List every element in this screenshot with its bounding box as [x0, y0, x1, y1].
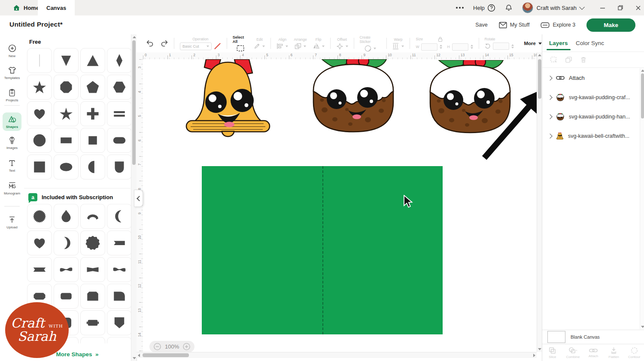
notifications-bell-icon[interactable]	[505, 4, 513, 12]
shape-tile-heart[interactable]	[27, 101, 52, 126]
layer-row-attach-group[interactable]: Attach	[542, 68, 639, 88]
shape-tile-square[interactable]	[80, 128, 105, 153]
shape-tile-triangle-down[interactable]	[54, 48, 79, 73]
help-button[interactable]: Help	[473, 4, 495, 12]
sub-shape-tile-label-rounded[interactable]	[54, 284, 79, 309]
shape-tile-hexagon[interactable]	[107, 75, 132, 100]
blank-canvas-row[interactable]: Blank Canvas	[542, 330, 644, 344]
select-all-button[interactable]: Select All	[233, 35, 249, 52]
tab-canvas[interactable]: Canvas	[38, 0, 75, 15]
attach-action-button[interactable]: Attach	[583, 344, 604, 361]
flatten-action-button[interactable]: Flatten	[604, 344, 624, 361]
my-stuff-button[interactable]: My Stuff	[499, 22, 530, 28]
sub-shape-tile-crescent-large[interactable]	[54, 231, 79, 255]
sidebar-item-templates[interactable]: Templates	[0, 66, 24, 80]
edit-button[interactable]: Edit	[254, 37, 265, 49]
canvas-color-swatch[interactable]	[547, 331, 565, 343]
align-button[interactable]: Align	[276, 37, 288, 49]
more-button[interactable]: More	[524, 41, 541, 46]
sub-shape-tile-arc[interactable]	[80, 204, 105, 229]
restore-button[interactable]	[618, 5, 623, 10]
design-canvas[interactable]: 100%	[143, 59, 537, 352]
contour-action-button[interactable]: Contour	[624, 344, 644, 361]
shape-tile-triangle-up[interactable]	[80, 48, 105, 73]
undo-icon[interactable]	[146, 40, 154, 47]
sidebar-item-text[interactable]: Text	[0, 159, 24, 173]
shape-tile-arch[interactable]	[107, 155, 132, 179]
shape-tile-diamond[interactable]	[107, 48, 132, 73]
chevron-right-icon[interactable]	[547, 114, 552, 119]
group-select-icon[interactable]	[550, 56, 557, 63]
layer-row-pudding-1[interactable]: svg-kawaii-pudding-craf...	[542, 88, 639, 107]
slice-action-button[interactable]: Slice	[542, 344, 563, 361]
zoom-in-icon[interactable]	[183, 343, 190, 350]
sidebar-item-shapes[interactable]: Shapes	[3, 112, 21, 131]
close-button[interactable]	[636, 6, 641, 10]
rotate-stepper[interactable]	[511, 44, 514, 49]
shape-tile-circle[interactable]	[27, 128, 52, 153]
zoom-out-icon[interactable]	[154, 343, 161, 350]
explore-button[interactable]: Explore 3	[541, 22, 575, 28]
sub-shape-tile-pennant[interactable]	[107, 310, 132, 335]
shape-tile-semicircle[interactable]	[80, 155, 105, 179]
combine-action-button[interactable]: Combine	[563, 344, 583, 361]
account-menu[interactable]: Craft with Sarah	[522, 2, 584, 13]
sub-shape-tile-banner-wave2[interactable]	[107, 257, 132, 282]
sub-shape-tile-tag[interactable]	[80, 284, 105, 309]
shape-tile-equals[interactable]	[107, 101, 132, 126]
sub-shape-tile-banner-wave[interactable]	[54, 257, 79, 282]
width-input[interactable]	[421, 43, 437, 51]
sub-shape-tile-bracket-label[interactable]	[80, 310, 105, 335]
layer-row-bell-3[interactable]: svg-kawaii-bell-craftwith...	[542, 126, 639, 146]
save-button[interactable]: Save	[475, 22, 488, 28]
shape-tile-star-slim[interactable]	[54, 101, 79, 126]
duplicate-icon[interactable]	[565, 56, 572, 63]
chevron-right-icon[interactable]	[547, 133, 552, 138]
offset-button[interactable]: Offset	[336, 37, 348, 50]
shape-tile-pentagon[interactable]	[80, 75, 105, 100]
sidebar-item-upload[interactable]: Upload	[0, 215, 24, 229]
canvas-horizontal-scrollbar[interactable]	[137, 352, 537, 358]
sub-shape-tile-banner-notch[interactable]	[80, 257, 105, 282]
sub-shape-tile-heart[interactable]	[27, 231, 52, 255]
sidebar-item-monogram[interactable]: Monogram	[0, 181, 24, 195]
sub-shape-tile-scallop[interactable]	[80, 231, 105, 255]
shape-tile-square-large[interactable]	[27, 155, 52, 179]
lock-icon[interactable]	[437, 36, 443, 42]
sidebar-item-new[interactable]: New	[0, 44, 24, 58]
sub-shape-tile-blank[interactable]	[107, 337, 132, 343]
shape-tile-ellipse[interactable]	[54, 155, 79, 179]
delete-icon[interactable]	[580, 56, 587, 63]
arrange-button[interactable]: Arrange	[294, 37, 307, 49]
sub-shape-tile-teardrop[interactable]	[54, 204, 79, 229]
height-input[interactable]	[452, 43, 468, 51]
card-base-rectangle[interactable]	[202, 166, 443, 334]
sidebar-item-images[interactable]: Images	[0, 136, 24, 150]
overflow-menu-icon[interactable]	[456, 7, 464, 9]
flip-button[interactable]: Flip	[313, 37, 325, 49]
warp-button[interactable]: Warp	[392, 37, 404, 49]
shape-tile-rectangle[interactable]	[54, 128, 79, 153]
bell-artwork[interactable]	[180, 59, 276, 137]
operation-dropdown[interactable]: Basic Cut	[180, 42, 212, 50]
height-stepper[interactable]	[471, 45, 473, 49]
sub-shape-tile-tab-rounded[interactable]	[107, 284, 132, 309]
sidebar-item-projects[interactable]: Projects	[0, 88, 24, 102]
redo-icon[interactable]	[161, 40, 168, 47]
sub-shape-tile-burst[interactable]	[27, 204, 52, 229]
chevron-right-icon[interactable]	[547, 95, 552, 100]
sub-shape-tile-crescent[interactable]	[107, 204, 132, 229]
minimize-button[interactable]	[600, 6, 605, 10]
rotate-input[interactable]	[493, 42, 509, 50]
chevron-right-icon[interactable]	[547, 76, 552, 80]
tab-layers[interactable]: Layers	[549, 40, 568, 46]
panel-collapse-handle[interactable]	[134, 190, 143, 207]
layers-scrollbar[interactable]	[640, 68, 644, 329]
pudding-artwork-1[interactable]	[307, 59, 399, 133]
pen-color-swatch[interactable]	[214, 43, 221, 50]
tab-color-sync[interactable]: Color Sync	[576, 40, 604, 46]
shape-tile-line-vertical[interactable]	[27, 48, 52, 73]
sub-shape-tile-banner-swallowtail[interactable]	[27, 257, 52, 282]
shape-tile-star[interactable]	[27, 75, 52, 100]
shape-tile-plus[interactable]	[80, 101, 105, 126]
